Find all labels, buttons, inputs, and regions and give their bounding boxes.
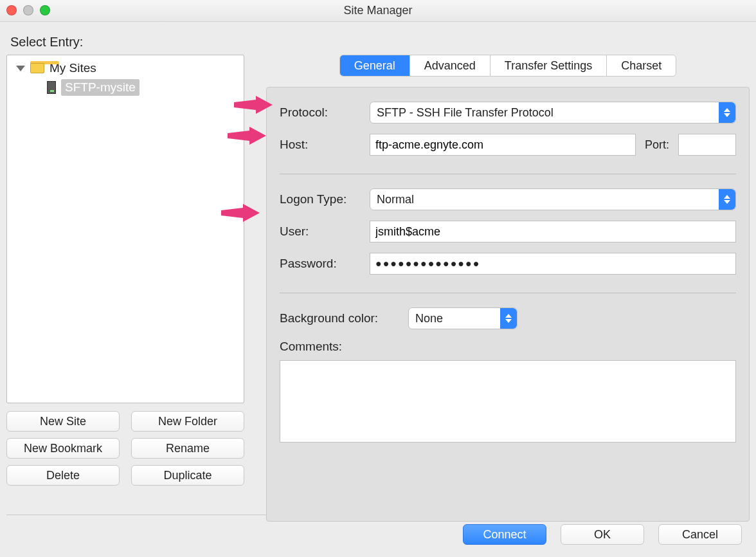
tab-general[interactable]: General — [340, 55, 410, 76]
password-label: Password: — [280, 257, 370, 271]
rename-button[interactable]: Rename — [131, 438, 244, 459]
select-arrows-icon — [719, 102, 735, 123]
close-window-icon[interactable] — [6, 5, 17, 15]
tab-advanced[interactable]: Advanced — [410, 55, 491, 76]
duplicate-button[interactable]: Duplicate — [131, 465, 244, 486]
tabs: General Advanced Transfer Settings Chars… — [266, 55, 750, 77]
logon-type-value: Normal — [377, 193, 414, 206]
minimize-window-icon[interactable] — [23, 5, 33, 15]
select-entry-heading: Select Entry: — [10, 35, 750, 50]
window-controls — [6, 5, 50, 15]
bgcolor-value: None — [415, 312, 443, 325]
connect-button[interactable]: Connect — [463, 524, 546, 545]
new-bookmark-button[interactable]: New Bookmark — [6, 438, 120, 459]
general-panel: Protocol: SFTP - SSH File Transfer Proto… — [266, 87, 750, 522]
password-input[interactable]: ●●●●●●●●●●●●●● — [370, 253, 736, 275]
window-title: Site Manager — [343, 4, 412, 17]
tab-transfer-settings[interactable]: Transfer Settings — [491, 55, 607, 76]
tree-site-label[interactable]: SFTP-mysite — [61, 79, 140, 96]
bgcolor-select[interactable]: None — [408, 307, 518, 329]
tree-root-row[interactable]: My Sites — [11, 59, 240, 77]
password-dots: ●●●●●●●●●●●●●● — [375, 258, 480, 269]
protocol-label: Protocol: — [280, 105, 370, 120]
separator — [280, 293, 736, 293]
port-label: Port: — [645, 138, 669, 152]
zoom-window-icon[interactable] — [40, 5, 50, 15]
delete-button[interactable]: Delete — [6, 465, 120, 486]
site-tree[interactable]: My Sites SFTP-mysite — [6, 55, 244, 403]
comments-label: Comments: — [280, 340, 736, 354]
select-arrows-icon — [719, 189, 735, 210]
bgcolor-label: Background color: — [280, 311, 408, 325]
protocol-select[interactable]: SFTP - SSH File Transfer Protocol — [370, 102, 736, 123]
select-arrows-icon — [500, 308, 517, 329]
separator — [280, 174, 736, 174]
port-input[interactable] — [678, 134, 736, 156]
disclosure-triangle-icon[interactable] — [16, 66, 25, 71]
tab-charset[interactable]: Charset — [607, 55, 676, 76]
server-icon — [47, 81, 56, 94]
user-input[interactable] — [370, 221, 736, 242]
user-label: User: — [280, 224, 370, 239]
new-site-button[interactable]: New Site — [6, 411, 120, 432]
host-label: Host: — [280, 138, 370, 152]
protocol-value: SFTP - SSH File Transfer Protocol — [377, 106, 554, 120]
cancel-button[interactable]: Cancel — [658, 524, 742, 545]
titlebar: Site Manager — [0, 0, 756, 22]
comments-textarea[interactable] — [280, 360, 736, 443]
new-folder-button[interactable]: New Folder — [131, 411, 244, 432]
ok-button[interactable]: OK — [561, 524, 644, 545]
tree-site-row[interactable]: SFTP-mysite — [47, 78, 240, 96]
logon-type-select[interactable]: Normal — [370, 188, 736, 210]
folder-icon — [30, 63, 44, 73]
logon-type-label: Logon Type: — [280, 192, 370, 206]
host-input[interactable] — [370, 134, 636, 156]
